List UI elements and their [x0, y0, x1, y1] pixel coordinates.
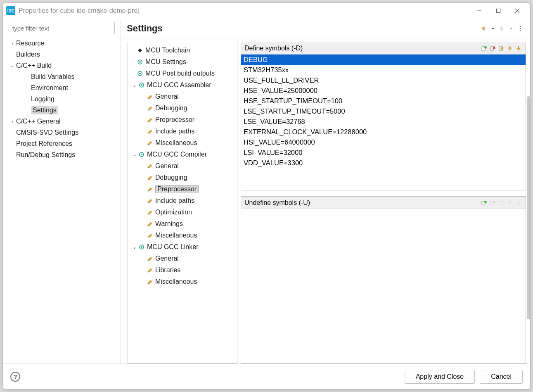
tool-tree-item[interactable]: MCU Post build outputs	[128, 68, 237, 79]
tool-tree-label: Preprocessor	[155, 116, 194, 124]
tool-tree-item[interactable]: General	[128, 160, 237, 172]
define-symbols-list[interactable]: DEBUGSTM32H735xxUSE_FULL_LL_DRIVERHSE_VA…	[241, 55, 526, 190]
symbol-item[interactable]: HSE_STARTUP_TIMEOUT=100	[241, 96, 526, 106]
svg-point-8	[139, 61, 141, 63]
undefine-symbols-list[interactable]	[241, 209, 526, 363]
svg-point-17	[148, 144, 149, 145]
delete-symbol-button[interactable]	[489, 45, 496, 52]
nav-item[interactable]: ·Settings	[3, 105, 121, 116]
back-button[interactable]	[480, 24, 488, 33]
chevron-down-icon: ⌄	[131, 244, 138, 250]
tool-tree-item[interactable]: Debugging	[128, 172, 237, 183]
tool-tree-item[interactable]: Miscellaneous	[128, 230, 237, 241]
tool-tree-item[interactable]: Include paths	[128, 126, 237, 137]
symbol-item[interactable]: LSE_VALUE=32768	[241, 116, 526, 127]
view-menu-button[interactable]	[516, 24, 524, 33]
svg-point-20	[148, 167, 149, 169]
window-title: Properties for cube-ide-cmake-demo-proj	[19, 7, 139, 14]
tool-tree-item[interactable]: MCU Toolchain	[128, 45, 237, 56]
tool-tree-item[interactable]: General	[128, 91, 237, 102]
tool-tree-item[interactable]: Warnings	[128, 218, 237, 230]
add-symbol-button[interactable]	[480, 45, 488, 52]
svg-point-10	[139, 73, 141, 74]
symbol-item[interactable]: STM32H735xx	[241, 65, 526, 75]
nav-item-label: Logging	[31, 95, 54, 103]
tool-tree-item[interactable]: Debugging	[128, 102, 237, 114]
minimize-button[interactable]	[470, 5, 489, 17]
svg-point-12	[141, 84, 142, 86]
tool-tree-item[interactable]: MCU Settings	[128, 56, 237, 68]
tool-tree-item[interactable]: Miscellaneous	[128, 276, 237, 287]
maximize-button[interactable]	[489, 5, 508, 17]
tool-tree-item[interactable]: ⌄MCU GCC Compiler	[128, 149, 237, 160]
nav-item[interactable]: ·Environment	[3, 82, 121, 93]
tool-icon	[146, 267, 154, 273]
edit-symbol-button[interactable]	[497, 45, 505, 52]
settings-pane: Settings MCU ToolchainM	[121, 19, 530, 363]
tool-tree-item[interactable]: Miscellaneous	[128, 137, 237, 149]
svg-point-13	[148, 98, 149, 99]
cancel-button[interactable]: Cancel	[480, 370, 523, 384]
nav-item[interactable]: ·Build Variables	[3, 71, 121, 82]
tool-tree-item[interactable]: ⌄MCU GCC Assembler	[128, 79, 237, 91]
nav-item[interactable]: ⌄C/C++ Build	[3, 60, 121, 71]
symbol-item[interactable]: HSE_VALUE=25000000	[241, 86, 526, 96]
scrollbar-thumb[interactable]	[527, 96, 530, 319]
tool-tree-item[interactable]: Preprocessor	[128, 114, 237, 126]
nav-item-label: Build Variables	[31, 73, 75, 81]
svg-point-31	[148, 283, 149, 284]
help-button[interactable]: ?	[10, 372, 20, 382]
tool-tree-item[interactable]: ⌄MCU GCC Linker	[128, 241, 237, 253]
nav-item-label: Settings	[31, 106, 58, 114]
tool-tree-label: MCU Toolchain	[145, 47, 190, 54]
nav-item[interactable]: ›C/C++ General	[3, 116, 121, 127]
diamond-icon	[136, 47, 144, 54]
symbol-item[interactable]: LSI_VALUE=32000	[241, 147, 526, 158]
apply-and-close-button[interactable]: Apply and Close	[405, 370, 475, 384]
nav-item[interactable]: ·CMSIS-SVD Settings	[3, 127, 121, 138]
symbol-item[interactable]: USE_FULL_LL_DRIVER	[241, 75, 526, 86]
nav-item[interactable]: ·Logging	[3, 93, 121, 105]
tool-icon	[146, 255, 154, 262]
move-down-button[interactable]	[515, 45, 522, 52]
forward-menu-button[interactable]	[507, 24, 515, 33]
nav-pane: ›Resource·Builders⌄C/C++ Build·Build Var…	[3, 19, 121, 363]
forward-button[interactable]	[498, 24, 506, 33]
symbol-item[interactable]: HSI_VALUE=64000000	[241, 137, 526, 147]
tool-tree-item[interactable]: Optimization	[128, 207, 237, 218]
nav-item-label: C/C++ General	[16, 118, 61, 125]
svg-point-26	[148, 237, 149, 238]
define-symbols-title: Define symbols (-D)	[244, 45, 303, 52]
svg-point-22	[148, 190, 149, 192]
symbol-item[interactable]: LSE_STARTUP_TIMEOUT=5000	[241, 106, 526, 116]
tool-icon	[146, 174, 154, 181]
tool-tree-label: MCU GCC Assembler	[147, 81, 211, 89]
back-menu-button[interactable]	[489, 24, 497, 33]
chevron-right-icon: ›	[9, 40, 16, 46]
gear-icon	[138, 82, 145, 88]
tool-tree-label: General	[155, 255, 179, 262]
move-up-button[interactable]	[506, 45, 514, 52]
tool-tree-item[interactable]: General	[128, 253, 237, 264]
tool-tree-item[interactable]: Preprocessor	[128, 183, 237, 195]
nav-item[interactable]: ·Run/Debug Settings	[3, 149, 121, 160]
svg-point-4	[520, 26, 521, 27]
nav-item[interactable]: ›Resource	[3, 38, 121, 49]
tool-tree-item[interactable]: Include paths	[128, 195, 237, 207]
nav-item-label: Resource	[16, 40, 44, 47]
tool-icon	[146, 163, 154, 169]
symbol-item[interactable]: VDD_VALUE=3300	[241, 158, 526, 168]
page-title: Settings	[127, 23, 163, 34]
tool-icon	[146, 93, 154, 100]
close-button[interactable]	[508, 5, 527, 17]
svg-point-23	[148, 202, 149, 203]
add-undef-button[interactable]	[480, 199, 488, 207]
nav-item[interactable]: ·Builders	[3, 49, 121, 60]
nav-item[interactable]: ·Project References	[3, 138, 121, 149]
tool-tree-label: MCU Settings	[145, 58, 186, 66]
symbol-item[interactable]: EXTERNAL_CLOCK_VALUE=12288000	[241, 127, 526, 137]
filter-input[interactable]	[9, 22, 115, 34]
symbol-item[interactable]: DEBUG	[241, 55, 526, 65]
tool-tree-label: Debugging	[155, 105, 187, 112]
tool-tree-item[interactable]: Libraries	[128, 264, 237, 276]
